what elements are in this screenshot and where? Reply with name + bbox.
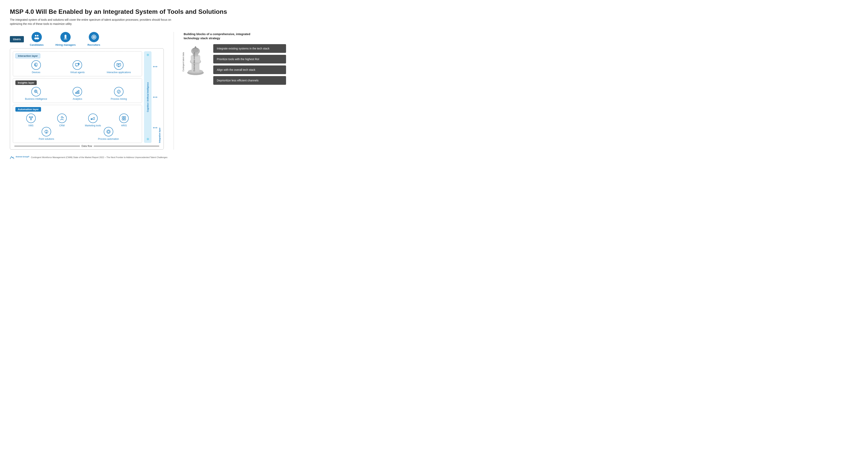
svg-point-8 [94,37,94,37]
virtual-agents-label: Virtual agents [70,71,85,74]
svg-rect-41 [122,119,124,120]
process-mining-item: Process mining [106,87,131,100]
svg-point-1 [37,35,38,36]
right-content: Integrate existing systems in the tech s… [184,44,286,85]
automation-layer-items: VMS [16,114,140,140]
svg-point-0 [35,35,36,36]
hris-icon [119,114,129,123]
arrow-2: ⟺ [153,95,157,99]
process-mining-icon [114,87,123,96]
candidates-label: Candidates [30,43,43,46]
svg-point-10 [36,66,36,66]
right-header: Building blocks of a comprehensive, inte… [184,32,267,40]
insights-layer-section: Insights layer [13,78,142,103]
svg-rect-25 [77,91,78,93]
devices-icon [31,60,41,70]
vms-icon [26,114,36,123]
svg-point-28 [117,90,120,93]
svg-line-22 [37,92,38,94]
svg-point-21 [34,90,37,93]
vms-label: VMS [28,124,34,127]
recruiters-icon [89,32,99,42]
hris-item: HRIS [111,114,137,127]
crm-item: CRM [49,114,75,127]
chess-piece [184,44,207,76]
page-subtitle: The integrated system of tools and solut… [10,18,172,26]
analytics-icon [72,87,82,96]
block-item-2: Align with the overall tech stack [213,65,286,74]
cognitive-icon-top: ❄ [146,53,149,57]
data-flow-line-right [94,146,159,146]
vms-item: VMS [18,114,44,127]
users-label: Users [10,36,24,42]
footer: Everest Group® Contingent Workforce Mana… [10,156,286,159]
integration-layer-label: Integration layer [159,51,161,143]
insights-layer-items: Business intelligence [16,87,140,100]
svg-point-32 [32,117,33,118]
insights-layer-label: Insights layer [16,80,37,85]
devices-item: Devices [23,60,49,74]
svg-rect-26 [78,90,79,93]
svg-rect-11 [34,64,35,66]
virtual-agents-icon [72,60,82,70]
data-flow-label: Data flow [82,144,92,148]
svg-point-23 [35,91,36,92]
arrows-column: ⟺ ⟺ ⟺ [152,51,158,143]
svg-rect-40 [124,117,126,118]
users-row: Users Candidates [10,32,164,46]
svg-point-3 [36,37,39,39]
interaction-layer-items: Devices [16,60,140,74]
arrow-3: ⟺ [153,126,157,130]
user-items: Candidates Hiring managers [30,32,100,46]
user-item-recruiters: Recruiters [88,32,100,46]
recruiters-label: Recruiters [88,43,100,46]
block-item-1: Prioritize tools with the highest RoI [213,55,286,63]
svg-point-33 [30,119,32,120]
crm-label: CRM [59,124,64,127]
block-item-3: Deprioritize less efficient channels [213,76,286,85]
building-blocks: Integrate existing systems in the tech s… [213,44,286,85]
layers-wrapper: Interaction layer [13,51,142,143]
point-solutions-item: Point solutions [34,127,59,140]
process-automation-item: Process automation [96,127,121,140]
marketing-tools-item: Marketing tools [80,114,106,127]
interaction-layer-section: Interaction layer [13,51,142,76]
business-intelligence-item: Business intelligence [23,87,49,100]
devices-label: Devices [32,71,40,74]
automation-layer-section: Automation layer [13,105,142,143]
svg-point-45 [46,132,47,133]
interactive-apps-label: Interactive applications [107,71,131,74]
diagram-box: Interaction layer [10,48,164,150]
svg-point-31 [29,117,30,118]
footer-text: Contingent Workforce Management (CWM) St… [31,156,167,159]
svg-point-56 [195,46,196,47]
cognitive-ai-column: ❄ Cognitive / Artificial Intelligence ❄ [144,51,152,143]
interactive-apps-item: Interactive applications [106,60,131,74]
hris-label: HRIS [121,124,127,127]
marketing-tools-label: Marketing tools [85,124,101,127]
crm-icon [57,114,67,123]
data-flow-row: Data flow [13,144,161,148]
svg-rect-6 [64,37,67,37]
svg-point-37 [61,117,63,118]
svg-rect-42 [124,119,126,120]
interaction-layer-label: Interaction layer [16,54,40,58]
analytics-item: Analytics [64,87,90,100]
right-section: Building blocks of a comprehensive, inte… [184,32,286,85]
section-divider [174,32,174,150]
interactive-apps-icon [114,60,123,70]
user-item-candidates: Candidates [30,32,43,46]
diagram-outer: Interaction layer [10,48,164,150]
svg-rect-13 [78,63,79,65]
arrow-1: ⟺ [153,65,157,68]
block-item-0: Integrate existing systems in the tech s… [213,44,286,53]
business-intelligence-label: Business intelligence [25,98,47,100]
user-item-hiring-managers: Hiring managers [56,32,76,46]
svg-line-36 [31,118,32,119]
point-solutions-icon [42,127,51,136]
candidates-icon [32,32,42,42]
everest-logo-icon [10,156,14,159]
marketing-tools-icon [88,114,98,123]
point-solutions-label: Point solutions [39,138,54,140]
process-automation-label: Process automation [98,138,119,140]
